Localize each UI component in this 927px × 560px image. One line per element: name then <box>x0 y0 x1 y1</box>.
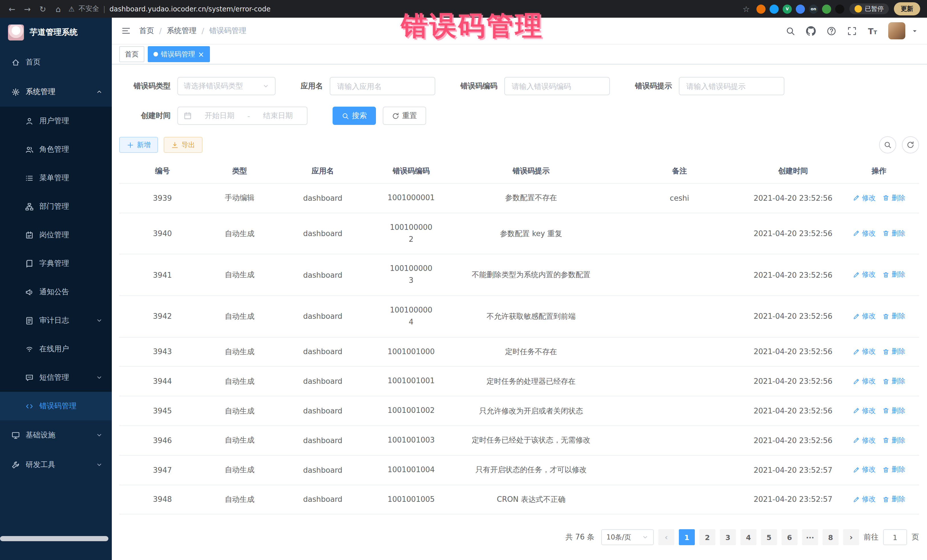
error-message-input[interactable] <box>679 77 784 95</box>
extension-icon-grid[interactable] <box>796 4 805 14</box>
edit-link[interactable]: 修改 <box>853 406 876 416</box>
github-icon[interactable] <box>806 26 816 36</box>
edit-link[interactable]: 修改 <box>853 270 876 280</box>
extension-icon-v[interactable]: V <box>783 4 792 14</box>
close-icon[interactable]: × <box>198 50 204 58</box>
app-name-input[interactable] <box>330 77 435 95</box>
breadcrumb-current: 错误码管理 <box>209 26 246 36</box>
delete-icon <box>883 437 889 444</box>
sidebar-item-role[interactable]: 角色管理 <box>0 135 112 164</box>
delete-link[interactable]: 删除 <box>883 465 905 475</box>
breadcrumb-home[interactable]: 首页 <box>139 26 154 36</box>
browser-home-icon[interactable]: ⌂ <box>53 4 63 14</box>
sidebar-item-label: 系统管理 <box>26 87 55 97</box>
sidebar-item-system[interactable]: 系统管理 <box>0 77 112 107</box>
extension-icon-leaf[interactable] <box>822 4 831 14</box>
paused-badge[interactable]: 已暂停 <box>849 3 889 14</box>
page-button-3[interactable]: 3 <box>720 530 736 545</box>
user-avatar[interactable] <box>888 22 905 39</box>
logo-row[interactable]: 芋道管理系统 <box>0 18 112 47</box>
search-button[interactable]: 搜索 <box>333 107 376 125</box>
page-button-8[interactable]: 8 <box>823 530 839 545</box>
delete-link[interactable]: 删除 <box>883 376 905 386</box>
error-code-input[interactable] <box>504 77 610 95</box>
sidebar-item-user[interactable]: 用户管理 <box>0 107 112 135</box>
toggle-search-button[interactable] <box>879 136 896 153</box>
edit-link[interactable]: 修改 <box>853 347 876 357</box>
page-button-6[interactable]: 6 <box>781 530 798 545</box>
browser-refresh-icon[interactable]: ↻ <box>38 4 48 14</box>
delete-link[interactable]: 删除 <box>883 495 905 504</box>
breadcrumb-system[interactable]: 系统管理 <box>167 26 196 36</box>
export-button[interactable]: 导出 <box>164 137 202 153</box>
page-button-1[interactable]: 1 <box>679 530 695 545</box>
sidebar-item-devtool[interactable]: 研发工具 <box>0 450 112 480</box>
delete-icon <box>883 272 889 278</box>
page-button-5[interactable]: 5 <box>761 530 777 545</box>
sidebar-item-notice[interactable]: 通知公告 <box>0 278 112 306</box>
refresh-table-button[interactable] <box>902 136 919 153</box>
pager-ellipsis[interactable]: ··· <box>802 530 818 545</box>
extension-icon-record[interactable] <box>757 4 766 14</box>
delete-link[interactable]: 删除 <box>883 406 905 416</box>
sidebar-item-online-user[interactable]: 在线用户 <box>0 335 112 363</box>
sidebar-item-sms[interactable]: 短信管理 <box>0 363 112 392</box>
sidebar-item-error-code[interactable]: 错误码管理 <box>0 392 112 420</box>
column-header: 创建时间 <box>747 159 839 183</box>
sidebar-item-dept[interactable]: 部门管理 <box>0 192 112 221</box>
edit-link[interactable]: 修改 <box>853 465 876 475</box>
cell-actions: 修改删除 <box>839 296 919 337</box>
edit-link[interactable]: 修改 <box>853 193 876 203</box>
page-button-2[interactable]: 2 <box>699 530 715 545</box>
cell-error-code: 100100000 3 <box>372 254 450 296</box>
sidebar-item-dict[interactable]: 字典管理 <box>0 249 112 278</box>
browser-forward-icon[interactable]: → <box>22 4 32 14</box>
page-size-select[interactable]: 10条/页 <box>601 530 654 545</box>
sidebar-item-post[interactable]: 岗位管理 <box>0 221 112 249</box>
sidebar-item-infra[interactable]: 基础设施 <box>0 420 112 450</box>
sidebar-item-label: 错误码管理 <box>40 401 76 411</box>
help-icon[interactable] <box>827 26 836 36</box>
extension-icon-on[interactable]: on <box>809 4 818 14</box>
delete-link[interactable]: 删除 <box>883 270 905 280</box>
reset-button[interactable]: 重置 <box>383 107 426 125</box>
error-message-label: 错误码提示 <box>635 81 672 91</box>
fullscreen-icon[interactable] <box>847 26 857 36</box>
delete-link[interactable]: 删除 <box>883 311 905 321</box>
prev-page-button[interactable]: ‹ <box>658 530 674 545</box>
sidebar-item-home[interactable]: 首页 <box>0 47 112 77</box>
hamburger-icon[interactable] <box>121 26 131 35</box>
tab-home[interactable]: 首页 <box>119 46 144 62</box>
cell-type: 自动生成 <box>206 455 274 485</box>
address-bar[interactable]: ⚠ 不安全 | dashboard.yudao.iocoder.cn/syste… <box>68 4 736 14</box>
caret-down-icon[interactable] <box>912 28 918 34</box>
search-icon[interactable] <box>786 26 795 36</box>
add-button[interactable]: 新增 <box>119 137 158 153</box>
delete-link[interactable]: 删除 <box>883 229 905 238</box>
tab-error-code[interactable]: 错误码管理 × <box>148 46 210 62</box>
delete-link-label: 删除 <box>892 495 905 504</box>
edit-link[interactable]: 修改 <box>853 311 876 321</box>
delete-link[interactable]: 删除 <box>883 193 905 203</box>
bookmark-star-icon[interactable]: ☆ <box>741 4 751 14</box>
edit-icon <box>853 378 860 385</box>
delete-link[interactable]: 删除 <box>883 347 905 357</box>
goto-label: 前往 <box>864 532 878 543</box>
page-button-4[interactable]: 4 <box>740 530 757 545</box>
error-type-select[interactable]: 请选择错误码类型 <box>178 77 275 95</box>
goto-page-input[interactable] <box>883 530 907 545</box>
edit-link[interactable]: 修改 <box>853 495 876 504</box>
extension-icon-drop[interactable] <box>769 4 779 14</box>
browser-back-icon[interactable]: ← <box>7 4 17 14</box>
sidebar-item-audit-log[interactable]: 审计日志 <box>0 306 112 335</box>
edit-link[interactable]: 修改 <box>853 436 876 445</box>
edit-link[interactable]: 修改 <box>853 376 876 386</box>
fontsize-icon[interactable]: TT <box>868 26 877 36</box>
date-range-picker[interactable]: 开始日期 - 结束日期 <box>178 107 307 125</box>
sidebar-item-menu[interactable]: 菜单管理 <box>0 164 112 192</box>
extension-icon-puzzle[interactable] <box>835 4 844 14</box>
browser-update-button[interactable]: 更新 <box>894 2 920 15</box>
delete-link[interactable]: 删除 <box>883 436 905 445</box>
edit-link[interactable]: 修改 <box>853 229 876 238</box>
next-page-button[interactable]: › <box>843 530 859 545</box>
